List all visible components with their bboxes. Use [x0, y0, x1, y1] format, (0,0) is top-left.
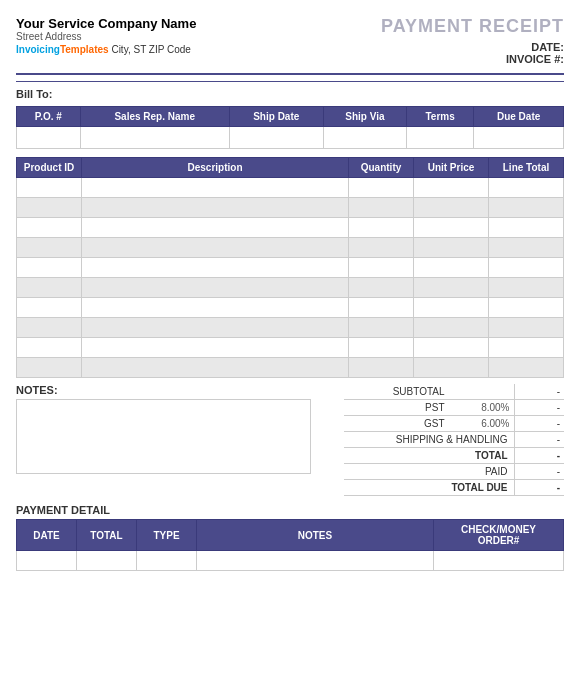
payment-col-notes: NOTES [197, 520, 434, 551]
totals-section: NOTES: SUBTOTAL - PST 8.00% - GST 6.00% … [16, 384, 564, 496]
item-cell-1 [82, 198, 349, 218]
item-cell-3 [414, 238, 489, 258]
invoice-label: INVOICE #: [506, 53, 564, 65]
item-cell-4 [489, 258, 564, 278]
notes-box[interactable] [16, 399, 311, 474]
payment-col-type: TYPE [137, 520, 197, 551]
item-cell-3 [414, 278, 489, 298]
due-date-value [474, 127, 564, 149]
item-cell-2 [349, 338, 414, 358]
po-value [17, 127, 81, 149]
paid-value: - [514, 464, 564, 480]
item-cell-4 [489, 218, 564, 238]
pst-label: PST [344, 400, 451, 416]
item-row [17, 218, 564, 238]
item-cell-0 [17, 258, 82, 278]
item-cell-2 [349, 258, 414, 278]
col-po: P.O. # [17, 107, 81, 127]
pst-value: - [514, 400, 564, 416]
item-cell-4 [489, 198, 564, 218]
receipt-title: PAYMENT RECEIPT [381, 16, 564, 37]
col-sales-rep: Sales Rep. Name [80, 107, 229, 127]
payment-detail-title: PAYMENT DETAIL [16, 504, 564, 516]
item-cell-1 [82, 318, 349, 338]
subtotal-row: SUBTOTAL - [344, 384, 564, 400]
item-cell-4 [489, 238, 564, 258]
item-row [17, 178, 564, 198]
item-cell-0 [17, 218, 82, 238]
item-cell-1 [82, 338, 349, 358]
item-cell-0 [17, 298, 82, 318]
item-cell-4 [489, 358, 564, 378]
notes-label: NOTES: [16, 384, 344, 396]
paid-row: PAID - [344, 464, 564, 480]
company-name: Your Service Company Name [16, 16, 381, 31]
ship-date-value [229, 127, 323, 149]
item-cell-4 [489, 318, 564, 338]
item-row [17, 358, 564, 378]
item-cell-2 [349, 198, 414, 218]
item-cell-2 [349, 238, 414, 258]
col-ship-via: Ship Via [323, 107, 406, 127]
divider-top [16, 73, 564, 75]
item-row [17, 278, 564, 298]
item-cell-1 [82, 358, 349, 378]
item-cell-0 [17, 238, 82, 258]
item-cell-3 [414, 218, 489, 238]
col-terms: Terms [406, 107, 473, 127]
total-due-value: - [514, 480, 564, 496]
payment-detail-section: PAYMENT DETAIL DATE TOTAL TYPE NOTES CHE… [16, 504, 564, 571]
shipping-value: - [514, 432, 564, 448]
total-value: - [514, 448, 564, 464]
col-due-date: Due Date [474, 107, 564, 127]
col-quantity: Quantity [349, 158, 414, 178]
payment-check [434, 551, 564, 571]
item-row [17, 238, 564, 258]
shipping-row: SHIPPING & HANDLING - [344, 432, 564, 448]
total-label: TOTAL [344, 448, 514, 464]
pst-row: PST 8.00% - [344, 400, 564, 416]
item-cell-3 [414, 198, 489, 218]
logo-invoicing: Invoicing [16, 44, 60, 55]
item-cell-1 [82, 278, 349, 298]
bill-to-label: Bill To: [16, 88, 564, 100]
item-cell-3 [414, 258, 489, 278]
totals-table: SUBTOTAL - PST 8.00% - GST 6.00% - SHIPP… [344, 384, 564, 496]
pst-pct: 8.00% [451, 400, 514, 416]
col-product-id: Product ID [17, 158, 82, 178]
item-cell-3 [414, 358, 489, 378]
divider-bottom [16, 81, 564, 82]
receipt-meta: DATE: INVOICE #: [381, 41, 564, 65]
item-cell-2 [349, 278, 414, 298]
item-row [17, 198, 564, 218]
logo-templates: Templates [60, 44, 109, 55]
company-city: City, ST ZIP Code [111, 44, 190, 55]
item-cell-3 [414, 338, 489, 358]
payment-date [17, 551, 77, 571]
document-header: Your Service Company Name Street Address… [16, 16, 564, 65]
order-header-table: P.O. # Sales Rep. Name Ship Date Ship Vi… [16, 106, 564, 149]
item-cell-0 [17, 318, 82, 338]
ship-via-value [323, 127, 406, 149]
company-address-line1: Street Address [16, 31, 381, 42]
total-due-label: TOTAL DUE [344, 480, 514, 496]
item-cell-4 [489, 298, 564, 318]
col-description: Description [82, 158, 349, 178]
shipping-label: SHIPPING & HANDLING [344, 432, 514, 448]
item-cell-4 [489, 278, 564, 298]
item-row [17, 298, 564, 318]
terms-value [406, 127, 473, 149]
item-cell-2 [349, 358, 414, 378]
date-label: DATE: [531, 41, 564, 53]
item-cell-0 [17, 358, 82, 378]
item-row [17, 258, 564, 278]
item-cell-0 [17, 178, 82, 198]
col-ship-date: Ship Date [229, 107, 323, 127]
payment-type [137, 551, 197, 571]
item-cell-1 [82, 178, 349, 198]
sales-rep-value [80, 127, 229, 149]
item-cell-3 [414, 318, 489, 338]
items-table: Product ID Description Quantity Unit Pri… [16, 157, 564, 378]
gst-value: - [514, 416, 564, 432]
gst-label: GST [344, 416, 451, 432]
